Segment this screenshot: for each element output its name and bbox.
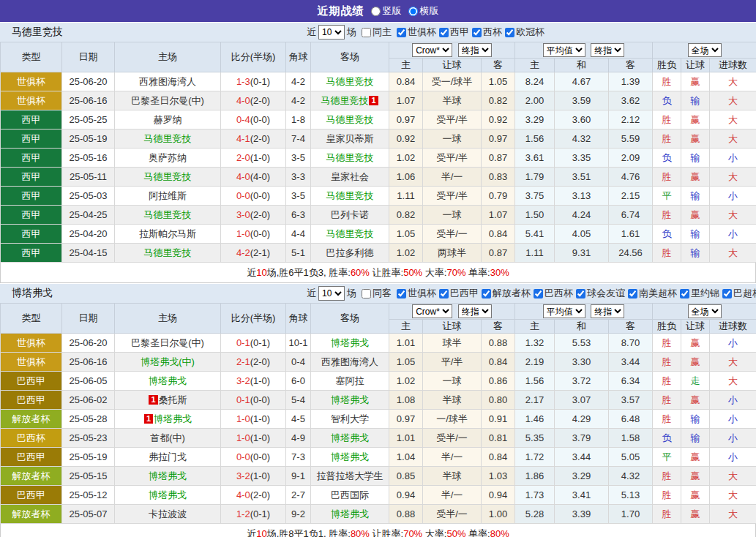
halftime-score: (2-0) — [250, 489, 270, 500]
league-checkbox[interactable] — [397, 289, 406, 298]
league-checkbox[interactable] — [722, 289, 732, 298]
handicap-result-cell: 赢 — [681, 353, 710, 372]
score-cell: 4-1(2-0) — [221, 129, 286, 149]
team-name: 马德里竞技 — [12, 26, 63, 39]
asia-home-odds-cell: 0.88 — [389, 505, 423, 524]
halftime-score: (0-0) — [250, 228, 270, 239]
col-corner: 角球 — [286, 42, 311, 72]
handicap-result-cell: 赢 — [681, 168, 710, 187]
halftime-score: (4-0) — [250, 171, 270, 182]
bookmaker-select[interactable]: Crow* — [412, 304, 452, 318]
euro-draw-odds-cell: 3.51 — [555, 168, 609, 187]
match-count-select[interactable]: 10 — [318, 25, 345, 40]
summary-bar: 近10场,胜6平1负3, 胜率:60% 让胜率:50% 大率:70% 单率:30… — [0, 263, 756, 283]
euro-away-odds-cell: 3.44 — [609, 353, 653, 372]
league-checkbox[interactable] — [472, 28, 482, 37]
team-name-text: 弗拉门戈 — [149, 451, 187, 462]
league-filter[interactable]: 球会友谊 — [573, 287, 625, 300]
asia-odds-time-select[interactable]: 终指 — [458, 43, 492, 57]
handicap-result-cell: 赢 — [681, 448, 710, 467]
league-filter[interactable]: 解放者杯 — [479, 287, 531, 300]
league-filter[interactable]: 巴西甲 — [436, 287, 479, 300]
match-row: 西甲25-04-25马德里竞技3-0(2-0)6-3巴列卡诺0.82一球1.07… — [1, 206, 756, 225]
euro-home-odds-cell: 2.00 — [515, 91, 555, 110]
league-checkbox[interactable] — [439, 289, 449, 298]
asia-handicap-cell: 球半 — [423, 334, 482, 353]
goals-result-cell: 大 — [710, 129, 756, 149]
handicap-result-cell: 输 — [681, 91, 710, 110]
asia-away-odds-cell: 0.87 — [482, 244, 515, 263]
same-side-filter[interactable]: 同主 — [359, 26, 392, 39]
same-side-checkbox[interactable] — [362, 289, 371, 298]
halftime-score: (0-1) — [250, 337, 270, 348]
league-checkbox[interactable] — [505, 28, 514, 37]
team-name-text: 奥萨苏纳 — [149, 152, 187, 163]
result-cell: 负 — [653, 429, 681, 448]
filter-row: 马德里竞技 近 10 场 同主 世俱杯西甲西杯欧冠杯 — [0, 22, 756, 42]
league-filter[interactable]: 欧冠杯 — [502, 26, 544, 39]
league-checkbox[interactable] — [576, 289, 585, 298]
league-filter[interactable]: 南美超杯 — [625, 287, 677, 300]
league-checkbox[interactable] — [482, 289, 491, 298]
asia-home-odds-cell: 0.94 — [389, 486, 423, 505]
corner-cell: 4-9 — [286, 429, 311, 448]
asia-home-odds-cell: 1.07 — [389, 91, 423, 110]
league-checkbox[interactable] — [439, 28, 449, 37]
filter-controls: 近 10 场 同主 世俱杯西甲西杯欧冠杯 — [307, 25, 544, 40]
home-team-cell: 马德里竞技 — [115, 244, 221, 263]
league-filters: 世俱杯巴西甲解放者杯巴西杯球会友谊南美超杯里约锦巴超杯 — [394, 287, 756, 300]
vertical-layout-radio[interactable] — [371, 7, 381, 16]
score-cell: 4-0(2-0) — [221, 486, 286, 505]
euro-odds-time-select[interactable]: 终指 — [591, 43, 624, 57]
euro-odds-group: 平均值 终指 — [515, 304, 653, 320]
layout-option-vertical[interactable]: 竖版 — [371, 4, 402, 18]
team-name-text: 博塔弗戈 — [149, 489, 187, 500]
match-row: 巴西杯25-05-23首都(中)1-0(1-0)4-9博塔弗戈1.01受半/一0… — [1, 429, 756, 448]
league-label: 球会友谊 — [587, 287, 625, 300]
league-filter[interactable]: 巴西杯 — [531, 287, 573, 300]
fulltime-score: 0-1 — [236, 337, 250, 348]
euro-odds-time-select[interactable]: 终指 — [591, 304, 624, 318]
match-row: 世俱杯25-06-20巴黎圣日尔曼(中)0-1(0-1)10-1博塔弗戈1.01… — [1, 334, 756, 353]
goals-result-cell: 小 — [710, 410, 756, 429]
asia-away-odds-cell: 0.83 — [482, 168, 515, 187]
bookmaker-select[interactable]: Crow* — [412, 43, 452, 57]
layout-option-horizontal[interactable]: 横版 — [408, 4, 439, 18]
match-count-select[interactable]: 10 — [318, 286, 345, 301]
goals-result-cell: 大 — [710, 72, 756, 91]
col-goals: 进球数 — [710, 59, 756, 72]
scope-select[interactable]: 全场 — [688, 304, 722, 318]
home-team-cell: 赫罗纳 — [115, 110, 221, 129]
average-select[interactable]: 平均值 — [543, 43, 585, 57]
team-section-1: 马德里竞技 近 10 场 同主 世俱杯西甲西杯欧冠杯 类型 — [0, 22, 756, 283]
league-filter[interactable]: 世俱杯 — [394, 287, 436, 300]
halftime-score: (0-1) — [250, 508, 270, 519]
scope-select[interactable]: 全场 — [688, 43, 722, 57]
league-checkbox[interactable] — [628, 289, 637, 298]
same-side-label: 同客 — [373, 287, 392, 300]
league-filter[interactable]: 西甲 — [436, 26, 469, 39]
col-handicap-result: 让球 — [681, 59, 710, 72]
horizontal-layout-radio[interactable] — [408, 7, 418, 16]
league-filter[interactable]: 西杯 — [469, 26, 502, 39]
same-side-checkbox[interactable] — [362, 28, 371, 37]
halftime-score: (1-0) — [250, 432, 270, 443]
league-filter[interactable]: 巴超杯 — [719, 287, 756, 300]
league-filter[interactable]: 里约锦 — [677, 287, 719, 300]
league-checkbox[interactable] — [680, 289, 689, 298]
summary-segment: 大率: — [422, 527, 446, 537]
date-cell: 25-05-19 — [62, 129, 115, 149]
average-select[interactable]: 平均值 — [543, 304, 585, 318]
fulltime-score: 4-1 — [236, 133, 250, 144]
col-home: 主场 — [115, 42, 221, 72]
halftime-score: (1-0) — [250, 413, 270, 424]
league-filter[interactable]: 世俱杯 — [394, 26, 436, 39]
team-name-text: 马德里竞技 — [144, 171, 192, 182]
asia-odds-time-select[interactable]: 终指 — [458, 304, 492, 318]
euro-home-odds-cell: 2.17 — [515, 391, 555, 410]
same-side-filter[interactable]: 同客 — [359, 287, 392, 300]
league-checkbox[interactable] — [534, 289, 543, 298]
handicap-result-cell: 输 — [681, 187, 710, 206]
col-date: 日期 — [62, 42, 115, 72]
league-checkbox[interactable] — [397, 28, 406, 37]
